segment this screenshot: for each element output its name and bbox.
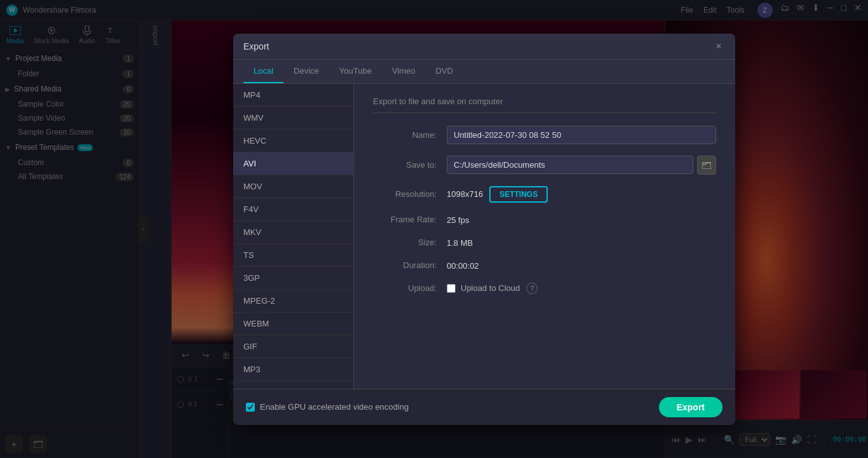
tab-youtube[interactable]: YouTube [329,60,382,83]
duration-label: Duration: [373,260,437,270]
upload-cloud-label[interactable]: Upload to Cloud [461,283,520,293]
gpu-label[interactable]: Enable GPU accelerated video encoding [260,402,409,412]
format-mpeg2[interactable]: MPEG-2 [233,290,353,313]
browse-folder-button[interactable] [697,156,716,175]
name-input[interactable] [447,126,716,144]
format-hevc[interactable]: HEVC [233,130,353,152]
export-dialog: Export × Local Device YouTube Vimeo DVD … [233,34,735,425]
tab-local[interactable]: Local [243,60,283,83]
save-to-label: Save to: [373,160,437,170]
format-mkv[interactable]: MKV [233,221,353,244]
name-field-row: Name: [373,126,716,144]
settings-button[interactable]: SETTINGS [489,186,548,203]
tab-device[interactable]: Device [283,60,329,83]
svg-rect-12 [702,163,711,169]
size-field-row: Size: 1.8 MB [373,237,716,248]
upload-field-row: Upload: Upload to Cloud ? [373,283,716,294]
export-header-text: Export to file and save on computer [373,97,716,113]
format-mp4[interactable]: MP4 [233,84,353,107]
format-wmv[interactable]: WMV [233,107,353,130]
frame-rate-field-value: 25 fps [447,214,716,226]
dialog-close-button[interactable]: × [712,40,725,53]
save-to-field-row: Save to: [373,156,716,175]
name-field-value [447,126,716,144]
frame-rate-value: 25 fps [447,215,469,225]
format-mp3[interactable]: MP3 [233,358,353,381]
save-to-field-value [447,156,716,175]
format-3gp[interactable]: 3GP [233,267,353,290]
dialog-title-bar: Export × [233,34,735,60]
upload-cloud-checkbox[interactable] [447,284,456,293]
gpu-checkbox[interactable] [246,403,255,412]
resolution-row: 1098x716 SETTINGS [447,186,716,203]
frame-rate-label: Frame Rate: [373,215,437,224]
format-avi[interactable]: AVI [233,152,353,175]
upload-field-value: Upload to Cloud ? [447,283,716,294]
dialog-title-text: Export [243,41,712,51]
format-list: MP4 WMV HEVC AVI MOV F4V MKV TS 3GP MPEG… [233,84,354,389]
format-webm[interactable]: WEBM [233,313,353,335]
upload-row: Upload to Cloud ? [447,283,716,294]
gpu-checkbox-wrapper: Enable GPU accelerated video encoding [246,402,409,412]
upload-help-icon[interactable]: ? [526,283,538,294]
name-label: Name: [373,130,437,140]
save-to-input[interactable] [447,156,693,174]
size-field-value: 1.8 MB [447,237,716,248]
app-window: W Wondershare Filmora File Edit Tools Z … [0,0,868,458]
upload-label: Upload: [373,283,437,293]
format-f4v[interactable]: F4V [233,198,353,221]
dialog-body: MP4 WMV HEVC AVI MOV F4V MKV TS 3GP MPEG… [233,84,735,389]
dialog-footer: Enable GPU accelerated video encoding Ex… [233,389,735,425]
tab-vimeo[interactable]: Vimeo [382,60,426,83]
frame-rate-field-row: Frame Rate: 25 fps [373,214,716,226]
export-button[interactable]: Export [659,397,722,417]
upload-cloud-checkbox-wrapper: Upload to Cloud [447,283,520,293]
size-label: Size: [373,238,437,247]
duration-field-row: Duration: 00:00:02 [373,260,716,271]
resolution-field-row: Resolution: 1098x716 SETTINGS [373,186,716,203]
size-value: 1.8 MB [447,238,473,248]
path-input-wrapper [447,156,716,175]
resolution-value: 1098x716 [447,189,483,199]
duration-value: 00:00:02 [447,261,479,271]
tab-dvd[interactable]: DVD [426,60,463,83]
resolution-label: Resolution: [373,189,437,199]
export-settings-panel: Export to file and save on computer Name… [354,84,735,389]
format-gif[interactable]: GIF [233,335,353,358]
format-mov[interactable]: MOV [233,175,353,198]
duration-field-value: 00:00:02 [447,260,716,271]
dialog-tabs: Local Device YouTube Vimeo DVD [233,60,735,84]
resolution-field-value: 1098x716 SETTINGS [447,186,716,203]
format-ts[interactable]: TS [233,244,353,267]
